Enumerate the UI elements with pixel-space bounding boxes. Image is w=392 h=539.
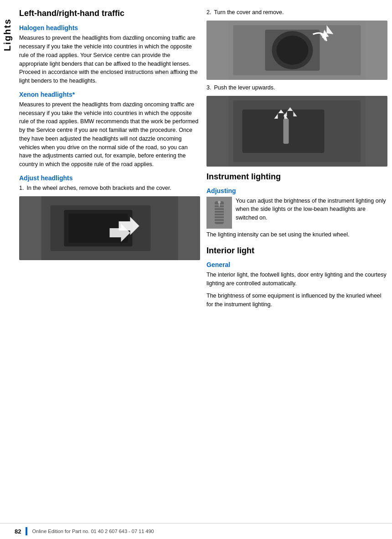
step3-num: 3. (206, 84, 211, 92)
step1-item: 1. In the wheel arches, remove both brac… (19, 184, 200, 193)
left-column: Left-hand/right-hand traffic Halogen hea… (19, 8, 200, 534)
step1-image (19, 196, 200, 260)
instrument-body1: You can adjust the brightness of the ins… (206, 197, 387, 222)
footer-text: Online Edition for Part no. 01 40 2 607 … (32, 529, 154, 534)
svg-point-10 (277, 36, 309, 65)
step1-num: 1. (19, 184, 24, 193)
step1-text: In the wheel arches, remove both bracket… (26, 184, 171, 193)
step2-image (206, 21, 387, 80)
step2-text: Turn the cover and remove. (214, 8, 284, 17)
sidebar-label: Lights (2, 18, 13, 51)
instrument-adjusting-block: You can adjust the brightness of the ins… (206, 197, 387, 230)
footer-bar (26, 527, 27, 535)
instrument-subtitle: Adjusting (206, 187, 387, 194)
footer: 82 Online Edition for Part no. 01 40 2 6… (0, 523, 392, 539)
step2-num: 2. (206, 8, 211, 17)
main-title: Left-hand/right-hand traffic (19, 8, 200, 19)
halogen-title: Halogen headlights (19, 24, 200, 31)
step3-text: Push the lever upwards. (214, 84, 275, 92)
instrument-body2: The lighting intensity can be set using … (206, 230, 387, 239)
interior-title: Interior light (206, 246, 387, 256)
step2-item: 2. Turn the cover and remove. (206, 8, 387, 17)
page-container: Lights Left-hand/right-hand traffic Halo… (0, 0, 392, 539)
halogen-body: Measures to prevent the headlights from … (19, 34, 200, 85)
interior-body1: The interior light, the footwell lights,… (206, 271, 387, 288)
main-content: Left-hand/right-hand traffic Halogen hea… (15, 0, 392, 539)
interior-body2: The brightness of some equipment is infl… (206, 292, 387, 309)
sidebar: Lights (0, 0, 15, 539)
xenon-body: Measures to prevent the headlights from … (19, 100, 200, 169)
svg-rect-16 (284, 119, 289, 144)
page-number: 82 (15, 528, 21, 535)
adjust-title: Adjust headlights (19, 174, 200, 182)
instrument-title: Instrument lighting (206, 172, 387, 182)
step3-item: 3. Push the lever upwards. (206, 84, 387, 92)
xenon-title: Xenon headlights* (19, 91, 200, 98)
right-column: 2. Turn the cover and remove. (206, 8, 387, 534)
instrument-icon (206, 197, 232, 229)
step3-image (206, 96, 387, 167)
svg-point-27 (218, 201, 221, 204)
interior-subtitle: General (206, 261, 387, 268)
